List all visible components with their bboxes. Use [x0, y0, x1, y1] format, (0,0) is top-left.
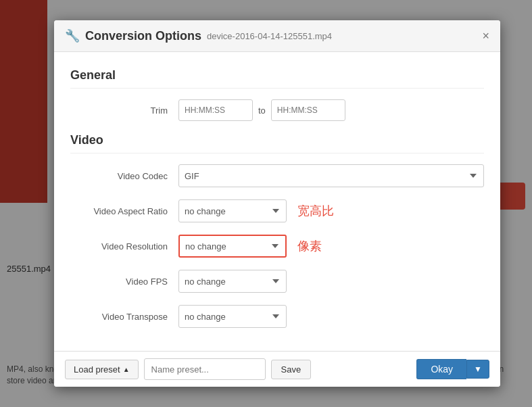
video-aspect-ratio-row: Video Aspect Ratio no change 4:3 16:9 21…	[70, 199, 484, 222]
modal-title-group: 🔧 Conversion Options device-2016-04-14-1…	[65, 28, 332, 43]
video-aspect-ratio-select[interactable]: no change 4:3 16:9 21:9	[178, 199, 287, 222]
trim-start-input[interactable]	[178, 99, 253, 121]
save-label: Save	[281, 364, 301, 375]
trim-group: to	[178, 99, 345, 121]
preset-name-input[interactable]	[144, 358, 266, 380]
general-section-heading: General	[70, 68, 484, 89]
video-transpose-select[interactable]: no change 90° CW 90° CCW 180°	[178, 305, 287, 328]
resolution-annotation: 像素	[297, 238, 322, 254]
modal-filename: device-2016-04-14-125551.mp4	[207, 31, 332, 41]
close-button[interactable]: ×	[482, 30, 489, 42]
modal-header: 🔧 Conversion Options device-2016-04-14-1…	[54, 20, 500, 52]
load-preset-label: Load preset	[74, 364, 120, 375]
video-codec-row: Video Codec GIF H.264 H.265 VP8 VP9	[70, 164, 484, 187]
video-transpose-control: no change 90° CW 90° CCW 180°	[178, 305, 484, 328]
modal-title: Conversion Options	[85, 29, 201, 43]
video-fps-label: Video FPS	[70, 277, 178, 287]
aspect-annotation: 宽高比	[297, 203, 334, 219]
load-preset-caret-icon: ▲	[123, 366, 130, 373]
wrench-icon: 🔧	[65, 28, 80, 43]
modal-body: General Trim to Video Video Codec GIF H.…	[54, 52, 500, 351]
trim-separator: to	[258, 105, 266, 116]
trim-label: Trim	[70, 105, 178, 116]
video-transpose-label: Video Transpose	[70, 312, 178, 322]
video-codec-select[interactable]: GIF H.264 H.265 VP8 VP9	[178, 164, 484, 187]
okay-dropdown-button[interactable]: ▼	[466, 360, 489, 379]
trim-control: to	[178, 99, 484, 121]
okay-button[interactable]: Okay	[416, 359, 466, 379]
footer-left: Load preset ▲ Save	[65, 358, 311, 380]
video-resolution-control: no change 1080p 720p 480p 360p 像素	[178, 235, 484, 258]
footer-right: Okay ▼	[416, 359, 489, 379]
trim-end-input[interactable]	[271, 99, 345, 121]
modal-footer: Load preset ▲ Save Okay ▼	[54, 351, 500, 387]
video-resolution-select[interactable]: no change 1080p 720p 480p 360p	[178, 235, 287, 258]
conversion-options-modal: 🔧 Conversion Options device-2016-04-14-1…	[54, 20, 500, 387]
video-aspect-ratio-control: no change 4:3 16:9 21:9 宽高比	[178, 199, 484, 222]
video-fps-row: Video FPS no change 24 25 30 60	[70, 270, 484, 293]
video-aspect-ratio-label: Video Aspect Ratio	[70, 206, 178, 216]
save-button[interactable]: Save	[271, 360, 312, 379]
trim-row: Trim to	[70, 99, 484, 121]
okay-label: Okay	[431, 364, 453, 375]
video-resolution-row: Video Resolution no change 1080p 720p 48…	[70, 235, 484, 258]
okay-dropdown-icon: ▼	[474, 364, 482, 374]
video-resolution-label: Video Resolution	[70, 241, 178, 252]
video-codec-control: GIF H.264 H.265 VP8 VP9	[178, 164, 484, 187]
video-codec-label: Video Codec	[70, 171, 178, 181]
load-preset-button[interactable]: Load preset ▲	[65, 360, 139, 379]
video-fps-select[interactable]: no change 24 25 30 60	[178, 270, 287, 293]
video-transpose-row: Video Transpose no change 90° CW 90° CCW…	[70, 305, 484, 328]
video-section-heading: Video	[70, 133, 484, 153]
video-fps-control: no change 24 25 30 60	[178, 270, 484, 293]
